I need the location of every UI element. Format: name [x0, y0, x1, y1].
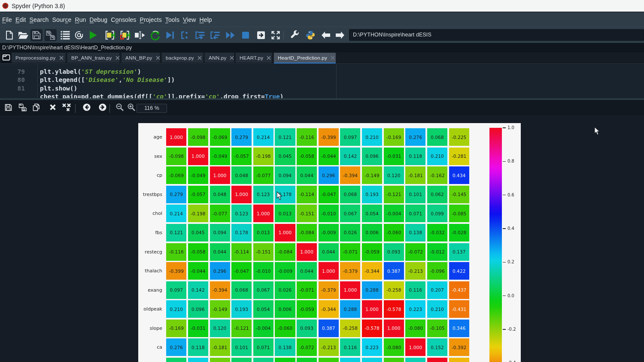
heatmap-cell-fbs-restecg: -0.084	[297, 224, 317, 241]
menu-projects[interactable]: Projects	[138, 16, 163, 23]
run-file-button[interactable]	[87, 29, 99, 41]
heatmap-row-label-slope: slope	[150, 320, 162, 337]
heatmap-cell-exang-age: 0.097	[166, 281, 186, 299]
run-cell-and-advance-button[interactable]	[119, 29, 131, 41]
run-selection-button[interactable]	[134, 29, 146, 41]
menu-source[interactable]: Source	[51, 16, 73, 23]
preferences-button[interactable]	[289, 29, 301, 41]
run-cell-button[interactable]	[104, 29, 116, 41]
heatmap-cell-sex-thalach: -0.044	[319, 148, 339, 165]
heatmap-cell-thal-target: -0.344	[449, 358, 469, 362]
menu-run[interactable]: Run	[73, 16, 88, 23]
save-all-button[interactable]	[45, 29, 57, 41]
symbol-finder-button[interactable]	[73, 29, 85, 41]
debug-continue-button[interactable]	[225, 29, 237, 41]
heatmap-cell-restecg-oldpeak: -0.059	[362, 243, 382, 261]
plots-zoom-level[interactable]: 116 %	[137, 104, 167, 113]
code-token: )	[280, 93, 284, 98]
menu-help[interactable]: Help	[198, 16, 214, 23]
open-file-button[interactable]	[17, 29, 29, 41]
menu-debug[interactable]: Debug	[88, 16, 109, 23]
heatmap-cell-thal-exang: 0.207	[340, 358, 360, 362]
tab-preprocessing-py[interactable]: Preprocessing.py	[12, 53, 65, 63]
debug-cell-button[interactable]	[179, 29, 191, 41]
code-editor[interactable]: 79plt.ylabel('ST depression')80plt.legen…	[0, 63, 644, 98]
menu-tools[interactable]: Tools	[164, 16, 181, 23]
debug-file-button[interactable]	[164, 29, 176, 41]
save-all-plots-button[interactable]	[18, 103, 28, 113]
heatmap-cell-thal-restecg: -0.012	[297, 358, 317, 362]
heatmap-cell-sex-thal: 0.210	[427, 148, 447, 165]
menu-view[interactable]: View	[181, 16, 198, 23]
heatmap-cell-chol-cp: -0.077	[210, 205, 230, 222]
heatmap-cell-restecg-ca: -0.072	[405, 243, 425, 261]
tab-ann-bp-py[interactable]: ANN_BP.py	[122, 53, 160, 63]
save-file-button[interactable]	[30, 29, 43, 41]
colorbar-tick	[503, 127, 506, 128]
heatmap-cell-exang-slope: -0.258	[384, 281, 404, 299]
heatmap-cell-exang-ca: 0.116	[405, 281, 425, 299]
menu-edit[interactable]: Edit	[14, 16, 28, 23]
heatmap-cell-sex-chol: -0.198	[253, 148, 273, 165]
menu-file[interactable]: File	[0, 16, 14, 23]
re-run-cell-button[interactable]	[149, 29, 161, 41]
heatmap-cell-age-oldpeak: 0.210	[362, 128, 382, 146]
code-token: 'ST depression'	[81, 68, 137, 75]
next-plot-button[interactable]	[97, 103, 108, 113]
heatmap-cell-sex-slope: -0.031	[384, 148, 404, 165]
tab-close-icon[interactable]	[112, 55, 123, 60]
heatmap-cell-chol-trestbps: 0.123	[231, 205, 252, 222]
heatmap-cell-age-thal: 0.068	[427, 128, 447, 146]
fullscreen-mode-button[interactable]	[270, 29, 282, 41]
previous-plot-button[interactable]	[82, 103, 92, 113]
heatmap-cell-trestbps-age: 0.279	[166, 186, 186, 203]
heatmap-cell-restecg-exang: -0.071	[340, 243, 360, 261]
tab-label: HeartD_Prediction.py	[274, 55, 327, 60]
heatmap-cell-cp-cp: 1.000	[210, 166, 230, 184]
zoom-out-button[interactable]	[115, 103, 125, 113]
forward-button[interactable]	[334, 29, 346, 41]
copy-image-button[interactable]	[31, 103, 42, 113]
symbol-finder-icon	[74, 30, 84, 40]
tab-close-icon[interactable]	[194, 55, 205, 60]
back-button[interactable]	[320, 29, 332, 41]
debug-stop-button[interactable]	[240, 29, 252, 41]
step-over-button[interactable]	[194, 29, 206, 41]
heatmap-cell-exang-target: -0.437	[449, 281, 469, 299]
remove-all-plots-button[interactable]	[61, 103, 72, 113]
heatmap-cell-oldpeak-cp: -0.149	[210, 300, 230, 318]
menu-search[interactable]: Search	[28, 16, 51, 23]
pythonpath-manager-button[interactable]	[304, 29, 316, 41]
tab-close-icon[interactable]	[56, 55, 67, 60]
remove-plot-button[interactable]	[48, 103, 58, 113]
tab-ann-py[interactable]: ANN.py	[205, 53, 234, 63]
step-return-button[interactable]	[209, 29, 221, 41]
heatmap-cell-fbs-trestbps: 0.178	[231, 224, 252, 241]
heatmap-cell-thal-thal: 1.000	[427, 358, 447, 362]
working-directory-input[interactable]: D:\PYTHON\Inspire\heart dESIS	[349, 29, 644, 41]
tab-close-icon[interactable]	[327, 55, 338, 60]
heatmap-row-label-age: age	[154, 128, 163, 146]
new-file-button[interactable]	[3, 29, 15, 41]
heatmap-cell-restecg-cp: 0.044	[210, 243, 230, 261]
run-icon	[88, 30, 98, 40]
code-content: chest_pain=pd.get_dummies(df[['cp']],pre…	[40, 93, 283, 98]
save-plot-button[interactable]	[3, 103, 13, 113]
tab-bp-ann-train-py[interactable]: BP_ANN_train.py	[67, 53, 119, 63]
heatmap-row-label-fbs: fbs	[155, 224, 162, 241]
file-switcher-button[interactable]	[59, 29, 71, 41]
browse-tabs-button[interactable]	[1, 53, 12, 63]
heatmap-cell-thalach-oldpeak: -0.344	[362, 262, 382, 280]
maximize-current-pane-button[interactable]	[255, 29, 267, 41]
tab-close-icon[interactable]	[263, 55, 274, 60]
tab-close-icon[interactable]	[152, 55, 163, 60]
tab-heart-py[interactable]: HEART.py	[236, 53, 272, 63]
heatmap-cell-exang-thalach: -0.379	[319, 281, 339, 299]
heatmap-cell-slope-thal: -0.105	[427, 320, 447, 337]
heatmap-cell-slope-chol: -0.004	[253, 320, 273, 337]
menu-consoles[interactable]: Consoles	[109, 16, 138, 23]
tab-heartd-prediction-py[interactable]: HeartD_Prediction.py	[274, 53, 336, 63]
zoom-in-button[interactable]	[126, 103, 137, 113]
heatmap-figure: age1.000-0.098-0.0690.2790.2140.121-0.11…	[138, 123, 521, 362]
tab-backprop-py[interactable]: backprop.py	[162, 53, 203, 63]
